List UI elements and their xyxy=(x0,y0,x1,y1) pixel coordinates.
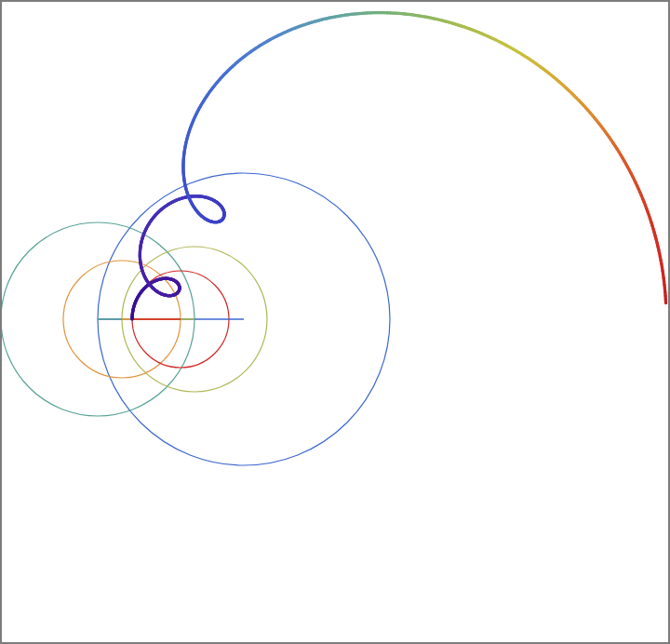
trace-path xyxy=(132,13,666,319)
figure-frame xyxy=(0,0,670,644)
epicycle-canvas xyxy=(2,2,668,642)
